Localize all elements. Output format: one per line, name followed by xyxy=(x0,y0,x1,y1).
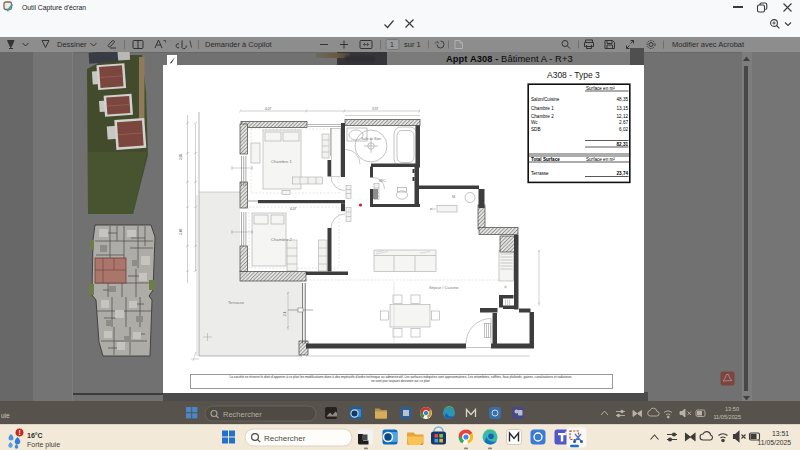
svg-text:Chambre 1: Chambre 1 xyxy=(271,159,292,164)
svg-text:2,4: 2,4 xyxy=(283,311,287,316)
svg-text:13:51: 13:51 xyxy=(772,430,789,437)
svg-text:Forte pluie: Forte pluie xyxy=(27,441,60,449)
svg-text:3,97: 3,97 xyxy=(372,107,378,111)
svg-text:3,40: 3,40 xyxy=(179,229,183,235)
svg-text:!: ! xyxy=(18,429,20,436)
svg-text:Séjour / Cuisine: Séjour / Cuisine xyxy=(429,285,459,290)
svg-text:WC: WC xyxy=(379,178,386,183)
svg-text:11/05/2025: 11/05/2025 xyxy=(713,414,741,420)
svg-text:13:50: 13:50 xyxy=(725,406,739,412)
svg-text:Rechercher: Rechercher xyxy=(264,434,306,443)
svg-text:sur 1: sur 1 xyxy=(404,40,421,49)
svg-text:16°C: 16°C xyxy=(27,432,43,439)
svg-text:Salle de Bain: Salle de Bain xyxy=(361,137,381,141)
svg-text:1: 1 xyxy=(390,41,394,48)
svg-text:11/05/2025: 11/05/2025 xyxy=(757,439,791,446)
svg-text:Terrasse: Terrasse xyxy=(228,300,245,305)
svg-text:4,07: 4,07 xyxy=(290,207,296,211)
svg-text:4,07: 4,07 xyxy=(265,107,271,111)
svg-text:Chambre 2: Chambre 2 xyxy=(271,237,292,242)
svg-text:M.: M. xyxy=(452,195,456,199)
svg-text:Demander à Copilot: Demander à Copilot xyxy=(205,40,273,49)
svg-text:Dessiner: Dessiner xyxy=(57,40,87,49)
svg-text:Modifier avec Acrobat: Modifier avec Acrobat xyxy=(672,40,745,49)
svg-text:3,05: 3,05 xyxy=(179,154,183,160)
svg-text:Rechercher: Rechercher xyxy=(223,410,262,419)
